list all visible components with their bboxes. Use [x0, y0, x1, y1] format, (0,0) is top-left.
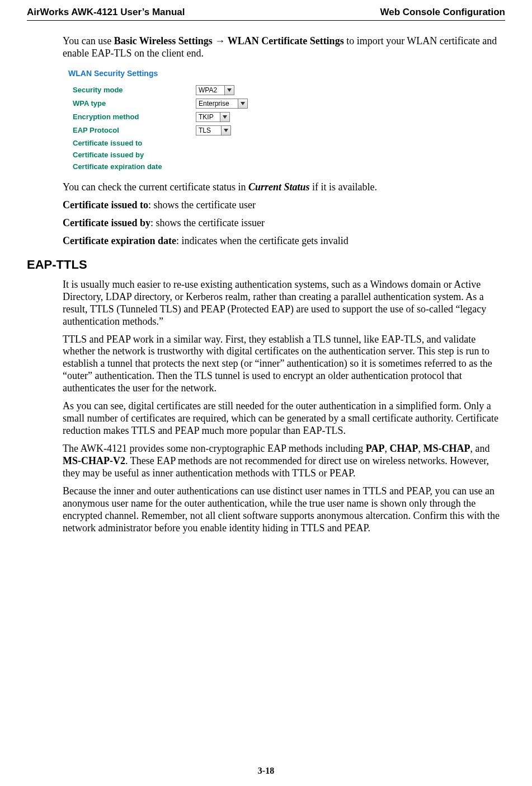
text: if it is available.: [310, 181, 377, 193]
chevron-down-icon: [220, 113, 229, 121]
eapttls-p1: It is usually much easier to re-use exis…: [63, 279, 505, 328]
svg-marker-3: [224, 129, 228, 132]
cert-to-line: Certificate issued to: shows the certifi…: [63, 199, 505, 212]
intro-paragraph: You can use Basic Wireless Settings → WL…: [63, 35, 505, 60]
page-number: 3-18: [0, 766, 532, 776]
wpa-type-select[interactable]: Enterprise: [196, 99, 248, 109]
row-wpa-type: WPA type Enterprise: [63, 97, 298, 110]
cert-exp-line: Certificate expiration date: indicates w…: [63, 235, 505, 247]
text: , and: [470, 443, 489, 454]
value-wpa-type: Enterprise: [196, 99, 298, 109]
security-mode-select[interactable]: WPA2: [196, 85, 234, 95]
text: →: [213, 35, 228, 46]
page: AirWorks AWK-4121 User’s Manual Web Cons…: [0, 0, 532, 786]
svg-marker-2: [223, 115, 227, 119]
text: The AWK-4121 provides some non-cryptogra…: [63, 443, 366, 454]
text: You can use: [63, 35, 114, 46]
text: : indicates when the certificate gets in…: [176, 235, 349, 246]
eapttls-p3: As you can see, digital certificates are…: [63, 400, 505, 437]
text: . These EAP methods are not recommended …: [63, 455, 489, 479]
label-encryption-method: Encryption method: [73, 113, 196, 121]
text-bold: Certificate issued by: [63, 217, 150, 228]
header-left: AirWorks AWK-4121 User’s Manual: [27, 7, 185, 18]
row-cert-issued-to: Certificate issued to: [63, 137, 298, 149]
row-encryption-method: Encryption method TKIP: [63, 110, 298, 124]
text: You can check the current certificate st…: [63, 181, 248, 193]
text-bold: MS-CHAP: [423, 443, 470, 454]
panel-title: WLAN Security Settings: [63, 66, 298, 83]
value-security-mode: WPA2: [196, 85, 298, 95]
text-bold: Basic Wireless Settings: [114, 35, 213, 46]
label-cert-issued-to: Certificate issued to: [73, 139, 196, 147]
header-rule: [27, 20, 505, 21]
row-eap-protocol: EAP Protocol TLS: [63, 124, 298, 137]
text-bold: CHAP: [389, 443, 418, 454]
status-paragraph: You can check the current certificate st…: [63, 181, 505, 194]
value-eap-protocol: TLS: [196, 125, 298, 135]
page-body: You can use Basic Wireless Settings → WL…: [63, 35, 505, 535]
select-value: TKIP: [196, 113, 220, 121]
value-encryption-method: TKIP: [196, 112, 298, 122]
eapttls-p4: The AWK-4121 provides some non-cryptogra…: [63, 443, 505, 480]
text: : shows the certificate user: [148, 199, 256, 210]
row-cert-issued-by: Certificate issued by: [63, 149, 298, 161]
eap-protocol-select[interactable]: TLS: [196, 125, 231, 135]
text: : shows the certificate issuer: [150, 217, 265, 228]
label-wpa-type: WPA type: [73, 99, 196, 107]
running-header: AirWorks AWK-4121 User’s Manual Web Cons…: [27, 7, 505, 18]
row-cert-expiration-date: Certificate expiration date: [63, 161, 298, 172]
select-value: TLS: [196, 126, 221, 135]
select-value: Enterprise: [196, 99, 238, 108]
label-cert-issued-by: Certificate issued by: [73, 151, 196, 159]
cert-by-line: Certificate issued by: shows the certifi…: [63, 217, 505, 230]
text-bold: PAP: [366, 443, 385, 454]
heading-eap-ttls: EAP-TTLS: [27, 258, 505, 272]
chevron-down-icon: [221, 126, 230, 135]
eapttls-p5: Because the inner and outer authenticati…: [63, 485, 505, 535]
header-right: Web Console Configuration: [380, 7, 505, 18]
text-bold: MS-CHAP-V2: [63, 455, 125, 466]
encryption-method-select[interactable]: TKIP: [196, 112, 230, 122]
eapttls-p2: TTLS and PEAP work in a similar way. Fir…: [63, 334, 505, 395]
label-eap-protocol: EAP Protocol: [73, 126, 196, 134]
select-value: WPA2: [196, 86, 224, 95]
chevron-down-icon: [238, 99, 247, 108]
svg-marker-1: [241, 102, 245, 105]
text-bold: Certificate expiration date: [63, 235, 176, 246]
text-bold: Certificate issued to: [63, 199, 148, 210]
text-bold: WLAN Certificate Settings: [228, 35, 344, 46]
label-cert-expiration-date: Certificate expiration date: [73, 162, 196, 171]
wlan-security-settings-panel: WLAN Security Settings Security mode WPA…: [63, 66, 298, 172]
text-bold-italic: Current Status: [248, 181, 310, 193]
chevron-down-icon: [224, 86, 234, 95]
svg-marker-0: [227, 88, 232, 92]
label-security-mode: Security mode: [73, 86, 196, 94]
row-security-mode: Security mode WPA2: [63, 83, 298, 97]
